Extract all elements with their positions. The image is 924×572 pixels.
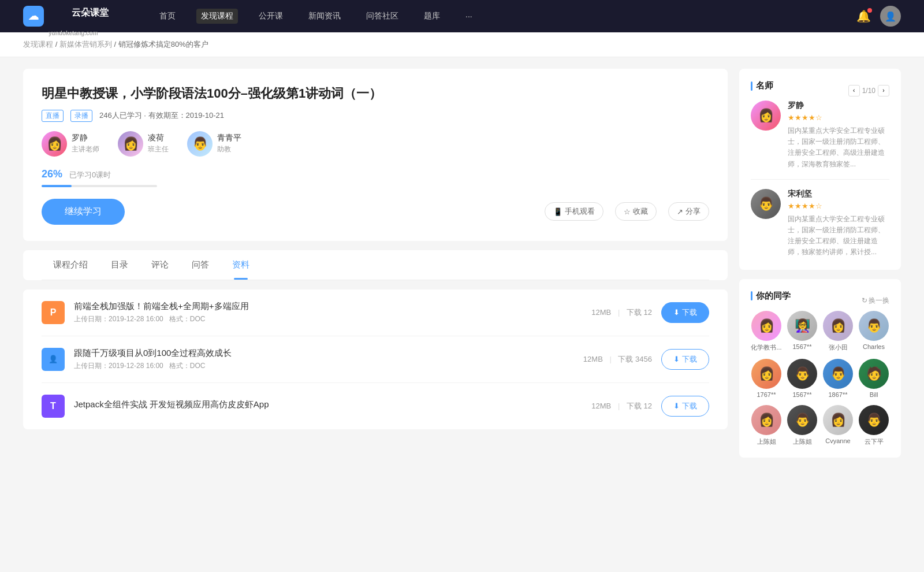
- student-11-name: 云下平: [858, 437, 889, 446]
- student-8-name: 上陈姐: [751, 437, 782, 446]
- students-sidebar-title: 你的同学: [751, 291, 791, 302]
- logo[interactable]: ☁ 云朵课堂 yundoketang.com: [23, 0, 132, 37]
- student-7[interactable]: 🧑 Bill: [858, 359, 889, 398]
- nav-discover[interactable]: 发现课程: [196, 9, 238, 24]
- sidebar-teacher-1-desc: 国内某重点大学安全工程专业硕士，国家一级注册消防工程师、注册安全工程师、级注册建…: [788, 214, 889, 258]
- download-icon-0: ⬇: [673, 308, 680, 317]
- teachers-sidebar-title: 名师: [751, 80, 773, 91]
- nav-news[interactable]: 新闻资讯: [304, 9, 345, 24]
- teacher-1: 👩 凌荷 班主任: [118, 131, 169, 157]
- tab-catalog[interactable]: 目录: [99, 250, 140, 280]
- nav-home[interactable]: 首页: [155, 9, 180, 24]
- breadcrumb-item-3: 销冠修炼术搞定80%的客户: [118, 40, 208, 49]
- teachers-section: 👩 罗静 主讲老师 👩 凌荷 班主任 👨 青青平: [42, 131, 709, 157]
- resource-icon-1: 👤: [42, 348, 65, 371]
- resource-size-2: 12MB | 下载 12: [591, 401, 652, 411]
- collect-button[interactable]: ☆ 收藏: [615, 202, 657, 221]
- resource-item-1: 👤 跟随千万级项目从0到100全过程高效成长 上传日期：2019-12-28 1…: [42, 336, 709, 383]
- download-button-2[interactable]: ⬇ 下载: [661, 396, 709, 417]
- student-3-avatar: 👨: [859, 311, 889, 341]
- student-8[interactable]: 👩 上陈姐: [751, 405, 782, 446]
- resource-info-2: Jetpack全组件实战 开发短视频应用高仿皮皮虾App: [74, 399, 582, 413]
- tab-qa[interactable]: 问答: [180, 250, 221, 280]
- breadcrumb-item-2[interactable]: 新媒体营销系列: [59, 40, 112, 49]
- breadcrumb-item-1[interactable]: 发现课程: [23, 40, 53, 49]
- sidebar-teacher-0-avatar: 👩: [751, 101, 781, 131]
- student-9-avatar: 👨: [787, 405, 817, 435]
- course-actions: 继续学习 📱 手机观看 ☆ 收藏 ↗ 分享: [42, 199, 709, 225]
- teachers-pagination: ‹ 1/10 ›: [848, 85, 889, 96]
- teachers-next-button[interactable]: ›: [878, 85, 889, 96]
- student-0-name: 化学教书...: [751, 343, 782, 352]
- student-5-name: 1567**: [787, 391, 818, 398]
- nav-more[interactable]: ···: [461, 9, 477, 23]
- sidebar-teacher-0-stars: ★★★★☆: [788, 113, 889, 122]
- tabs-card: 课程介绍 目录 评论 问答 资料: [23, 250, 728, 280]
- sidebar-teacher-1-stars: ★★★★☆: [788, 202, 889, 210]
- student-10-name: Cvyanne: [822, 437, 854, 444]
- student-0[interactable]: 👩 化学教书...: [751, 311, 782, 352]
- header: ☁ 云朵课堂 yundoketang.com 首页 发现课程 公开课 新闻资讯 …: [0, 0, 924, 32]
- student-1-avatar: 👩‍🏫: [787, 311, 817, 341]
- teachers-prev-button[interactable]: ‹: [848, 85, 860, 96]
- sidebar-teacher-0-desc: 国内某重点大学安全工程专业硕士，国家一级注册消防工程师、注册安全工程师、高级注册…: [788, 125, 889, 170]
- teacher-1-role: 班主任: [148, 144, 169, 154]
- tab-resources[interactable]: 资料: [221, 250, 261, 280]
- resource-name-1: 跟随千万级项目从0到100全过程高效成长: [74, 348, 574, 359]
- share-button[interactable]: ↗ 分享: [668, 202, 709, 221]
- tab-intro[interactable]: 课程介绍: [42, 250, 99, 280]
- main-content: 明星中教授课，小学阶段语法100分–强化级第1讲动词（一） 直播 录播 246人…: [0, 57, 924, 478]
- teacher-0-name: 罗静: [72, 133, 99, 143]
- student-1-name: 1567**: [787, 343, 818, 350]
- tabs: 课程介绍 目录 评论 问答 资料: [42, 250, 709, 280]
- student-5[interactable]: 👨 1567**: [787, 359, 818, 398]
- nav-qa[interactable]: 问答社区: [362, 9, 403, 24]
- students-grid: 👩 化学教书... 👩‍🏫 1567** 👩 张小田 👨 Charles 👩: [751, 311, 889, 446]
- download-button-0[interactable]: ⬇ 下载: [661, 302, 709, 323]
- resource-info-0: 前端全栈加强版！前端全栈+全周期+多端应用 上传日期：2019-12-28 16…: [74, 301, 582, 324]
- phone-view-button[interactable]: 📱 手机观看: [545, 202, 603, 221]
- teacher-2: 👨 青青平 助教: [187, 131, 241, 157]
- student-4-name: 1767**: [751, 391, 782, 398]
- student-6-name: 1867**: [822, 391, 854, 398]
- teacher-0-role: 主讲老师: [72, 144, 99, 154]
- teacher-1-name: 凌荷: [148, 133, 169, 143]
- student-11[interactable]: 👨 云下平: [858, 405, 889, 446]
- teacher-2-name: 青青平: [217, 133, 241, 143]
- nav-quiz[interactable]: 题库: [419, 9, 445, 24]
- student-11-avatar: 👨: [859, 405, 889, 435]
- user-avatar[interactable]: 👤: [880, 6, 901, 27]
- students-sidebar: 你的同学 ↻ 换一换 👩 化学教书... 👩‍🏫 1567** 👩: [739, 279, 901, 458]
- refresh-students-button[interactable]: ↻ 换一换: [862, 296, 889, 306]
- student-4[interactable]: 👩 1767**: [751, 359, 782, 398]
- student-6[interactable]: 👨 1867**: [822, 359, 854, 398]
- teacher-2-avatar: 👨: [187, 131, 213, 157]
- student-2[interactable]: 👩 张小田: [822, 311, 854, 352]
- content-left: 明星中教授课，小学阶段语法100分–强化级第1讲动词（一） 直播 录播 246人…: [23, 69, 728, 467]
- student-3[interactable]: 👨 Charles: [858, 311, 889, 352]
- student-2-name: 张小田: [822, 343, 854, 352]
- resource-size-0: 12MB | 下载 12: [591, 307, 652, 318]
- students-sidebar-header: 你的同学 ↻ 换一换: [751, 291, 889, 311]
- teachers-sidebar: 名师 ‹ 1/10 › 👩 罗静 ★★★★☆ 国内某重点大学安全工程专业硕士，国…: [739, 69, 901, 270]
- resource-icon-2: T: [42, 395, 65, 418]
- student-7-name: Bill: [858, 391, 889, 398]
- student-10[interactable]: 👩 Cvyanne: [822, 405, 854, 446]
- tab-review[interactable]: 评论: [140, 250, 180, 280]
- teacher-0: 👩 罗静 主讲老师: [42, 131, 99, 157]
- course-card: 明星中教授课，小学阶段语法100分–强化级第1讲动词（一） 直播 录播 246人…: [23, 69, 728, 241]
- nav-public[interactable]: 公开课: [254, 9, 288, 24]
- continue-learning-button[interactable]: 继续学习: [42, 199, 125, 225]
- student-1[interactable]: 👩‍🏫 1567**: [787, 311, 818, 352]
- teacher-0-avatar: 👩: [42, 131, 67, 157]
- sidebar-teacher-1-name: 宋利坚: [788, 189, 889, 199]
- download-button-1[interactable]: ⬇ 下载: [661, 349, 709, 370]
- student-9[interactable]: 👨 上陈姐: [787, 405, 818, 446]
- resource-meta-1: 上传日期：2019-12-28 16:00 格式：DOC: [74, 361, 574, 371]
- notification-bell[interactable]: 🔔: [856, 9, 871, 23]
- student-0-avatar: 👩: [751, 311, 781, 341]
- header-right: 🔔 👤: [856, 6, 901, 27]
- resource-item-2: T Jetpack全组件实战 开发短视频应用高仿皮皮虾App 12MB | 下载…: [42, 383, 709, 429]
- progress-bar-bg: [42, 185, 157, 187]
- teacher-1-avatar: 👩: [118, 131, 143, 157]
